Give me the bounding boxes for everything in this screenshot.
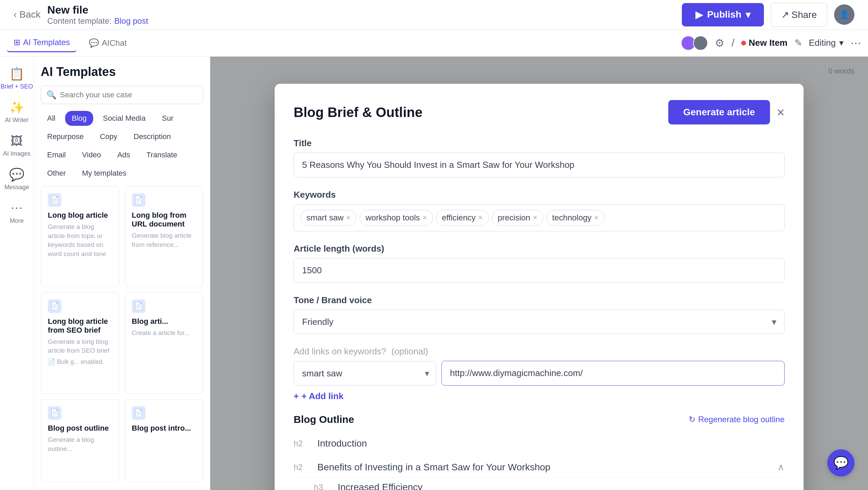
remove-keyword-precision[interactable]: ×: [533, 213, 537, 222]
card-icon-blog-post-outline: 📄: [48, 406, 61, 420]
keyword-tag-technology: technology ×: [547, 210, 605, 226]
back-button[interactable]: ‹ Back: [14, 9, 41, 20]
avatar[interactable]: 👤: [834, 4, 854, 25]
bulk-note: 📄 Bulk g... enabled.: [48, 358, 112, 366]
tone-select-wrapper: Friendly Professional Casual Formal Witt…: [294, 310, 785, 334]
top-bar: ‹ Back New file Content template: Blog p…: [0, 0, 868, 30]
filter-video[interactable]: Video: [76, 148, 107, 162]
modal-overlay[interactable]: Blog Brief & Outline Generate article × …: [210, 57, 868, 490]
outline-section-title: Blog Outline: [294, 414, 354, 425]
article-length-group: Article length (words): [294, 243, 785, 283]
share-icon: ↗: [781, 9, 789, 20]
regenerate-outline-button[interactable]: ↻ Regenerate blog outline: [689, 415, 785, 424]
template-card-blog-post-intro[interactable]: 📄 Blog post intro...: [125, 399, 203, 482]
template-card-long-blog[interactable]: 📄 Long blog article Generate a blog arti…: [41, 186, 119, 287]
collapse-benefits-button[interactable]: ∧: [777, 462, 785, 473]
remove-keyword-workshop-tools[interactable]: ×: [422, 213, 427, 222]
add-link-button[interactable]: + + Add link: [294, 391, 343, 401]
remove-keyword-technology[interactable]: ×: [594, 213, 599, 222]
template-card-blog-post-outline[interactable]: 📄 Blog post outline Generate a blog outl…: [41, 399, 119, 482]
chevron-left-icon: ‹: [14, 9, 17, 20]
url-input[interactable]: [441, 361, 785, 386]
title-field-group: Title: [294, 138, 785, 177]
publish-button[interactable]: ▶ Publish ▾: [682, 3, 764, 26]
title-input[interactable]: [294, 153, 785, 177]
sidebar-item-brief-seo[interactable]: 📋 Brief + SEO: [1, 67, 33, 90]
filter-other[interactable]: Other: [41, 166, 72, 181]
outline-item-introduction: h2 Introduction: [294, 433, 785, 454]
template-card-blog-article[interactable]: 📄 Blog arti... Create a article for...: [125, 292, 203, 394]
card-icon-long-blog-seo: 📄: [48, 299, 61, 313]
outline-text-benefits: Benefits of Investing in a Smart Saw for…: [317, 462, 550, 473]
keyword-select-wrapper: smart saw workshop tools efficiency prec…: [294, 361, 436, 386]
content-template-label: Content template:: [47, 16, 112, 26]
new-item-button[interactable]: New Item: [741, 38, 787, 48]
card-desc-blog-post-outline: Generate a blog outline...: [48, 435, 112, 453]
outline-items: h2 Introduction h2 Benefits of Investing…: [294, 433, 785, 490]
h-badge-h3-efficiency: h3: [314, 483, 331, 490]
tab-ai-chat[interactable]: 💬 AIChat: [82, 34, 133, 52]
collaborator-avatar-2: [693, 36, 708, 51]
filter-translate[interactable]: Translate: [140, 148, 184, 162]
filter-ads[interactable]: Ads: [111, 148, 137, 162]
article-length-input[interactable]: [294, 258, 785, 283]
sidebar-item-more[interactable]: ⋯ More: [10, 201, 24, 224]
secondary-bar: ⊞ AI Templates 💬 AIChat ⚙ / New Item ✎ E…: [0, 30, 868, 57]
back-label: Back: [19, 9, 40, 20]
file-info: New file Content template: Blog post: [47, 4, 675, 26]
share-button[interactable]: ↗ Share: [771, 3, 828, 27]
sidebar-item-ai-images[interactable]: 🖼 AI Images: [3, 134, 31, 157]
generate-article-button[interactable]: Generate article: [668, 100, 770, 124]
close-modal-button[interactable]: ×: [777, 105, 785, 119]
search-icon: 🔍: [46, 90, 57, 100]
keyword-link-select[interactable]: smart saw workshop tools efficiency prec…: [294, 361, 436, 386]
sidebar-item-ai-writer[interactable]: ✨ AI Writer: [5, 100, 29, 124]
modal-title: Blog Brief & Outline: [294, 105, 422, 120]
filter-my-templates[interactable]: My templates: [76, 166, 133, 181]
card-icon-blog-article: 📄: [132, 299, 145, 313]
search-input[interactable]: [60, 91, 197, 99]
slash-icon: /: [731, 37, 734, 49]
card-title-blog-post-intro: Blog post intro...: [132, 424, 196, 433]
filter-copy[interactable]: Copy: [94, 129, 124, 144]
panel-title: AI Templates: [41, 65, 203, 79]
gear-icon[interactable]: ⚙: [715, 37, 725, 50]
filter-repurpose[interactable]: Repurpose: [41, 129, 90, 144]
modal-dialog: Blog Brief & Outline Generate article × …: [275, 84, 804, 490]
sidebar-item-message[interactable]: 💬 Message: [4, 168, 29, 191]
file-subtitle: Content template: Blog post: [47, 16, 675, 26]
avatar-icon: 👤: [839, 10, 849, 19]
keyword-tag-workshop-tools: workshop tools ×: [360, 210, 433, 226]
more-options-icon[interactable]: ⋯: [850, 37, 861, 50]
main-content: 📋 Brief + SEO ✨ AI Writer 🖼 AI Images 💬 …: [0, 57, 868, 490]
blog-post-link[interactable]: Blog post: [114, 16, 148, 26]
section-header-benefits-left: h2 Benefits of Investing in a Smart Saw …: [294, 462, 550, 473]
remove-keyword-smart-saw[interactable]: ×: [346, 213, 351, 222]
chat-icon: 💬: [89, 38, 99, 48]
filter-email[interactable]: Email: [41, 148, 72, 162]
card-desc-long-blog-url: Generate blog article from reference...: [132, 231, 196, 249]
filter-sur[interactable]: Sur: [155, 111, 180, 126]
card-title-blog-post-outline: Blog post outline: [48, 424, 112, 433]
tone-select[interactable]: Friendly Professional Casual Formal Witt…: [294, 310, 785, 334]
secondary-right: ⚙ / New Item ✎ Editing ▾ ⋯: [684, 36, 861, 51]
chat-support-icon: 💬: [833, 456, 849, 470]
publish-icon: ▶: [695, 9, 703, 20]
ai-images-icon: 🖼: [11, 134, 23, 148]
filter-description[interactable]: Description: [127, 129, 177, 144]
tab-ai-templates[interactable]: ⊞ AI Templates: [7, 34, 77, 52]
card-title-blog-article: Blog arti...: [132, 317, 196, 326]
chevron-down-small-icon: ▾: [839, 38, 844, 48]
template-card-long-blog-seo[interactable]: 📄 Long blog article from SEO brief Gener…: [41, 292, 119, 394]
card-title-long-blog: Long blog article: [48, 211, 112, 220]
filter-all[interactable]: All: [41, 111, 62, 126]
template-card-long-blog-url[interactable]: 📄 Long blog from URL document Generate b…: [125, 186, 203, 287]
chat-support-button[interactable]: 💬: [827, 449, 854, 476]
card-icon-long-blog-url: 📄: [132, 193, 145, 207]
remove-keyword-efficiency[interactable]: ×: [478, 213, 483, 222]
filter-social-media[interactable]: Social Media: [97, 111, 152, 126]
keyword-tag-precision: precision ×: [492, 210, 543, 226]
add-links-label: Add links on keywords? (optional): [294, 346, 785, 357]
filter-blog[interactable]: Blog: [65, 111, 93, 126]
tone-label: Tone / Brand voice: [294, 295, 785, 306]
